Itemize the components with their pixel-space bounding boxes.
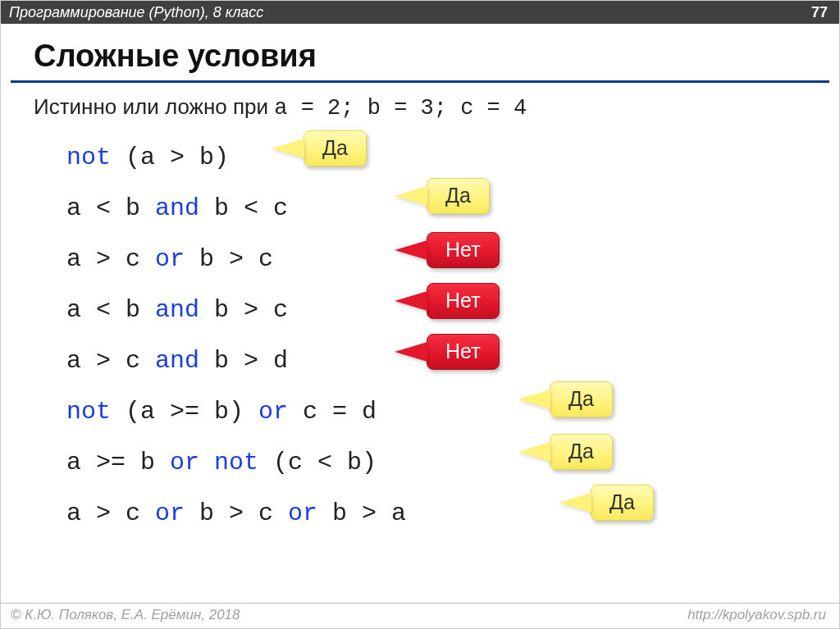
slide: Программирование (Python), 8 класс 77 Сл… xyxy=(0,0,840,629)
header-bar: Программирование (Python), 8 класс 77 xyxy=(1,1,839,24)
slide-title: Сложные условия xyxy=(1,24,839,80)
expression-code: not (a > b) xyxy=(66,144,229,171)
callout-arrow-icon xyxy=(395,342,427,362)
callout-label: Нет xyxy=(427,334,500,370)
callout-label: Да xyxy=(304,130,367,166)
copyright: © К.Ю. Поляков, Е.А. Ерёмин, 2018 xyxy=(11,607,240,623)
content: Истинно или ложно при a = 2; b = 3; c = … xyxy=(1,83,839,539)
callout-label: Да xyxy=(591,485,654,521)
footer: © К.Ю. Поляков, Е.А. Ерёмин, 2018 http:/… xyxy=(1,603,839,628)
callout-label: Нет xyxy=(427,283,500,319)
prompt: Истинно или ложно при a = 2; b = 3; c = … xyxy=(34,94,839,121)
expression-row: a < b and b < cДа xyxy=(66,183,839,234)
expression-list: not (a > b)Даa < b and b < cДаa > c or b… xyxy=(34,132,839,539)
expression-row: a >= b or not (c < b)Да xyxy=(66,437,839,488)
page-number: 77 xyxy=(811,4,828,21)
callout-label: Да xyxy=(550,381,613,417)
callout-no: Нет xyxy=(395,283,500,319)
expression-row: a < b and b > cНет xyxy=(66,285,839,335)
expression-row: a > c and b > dНет xyxy=(66,335,839,386)
callout-arrow-icon xyxy=(272,139,304,158)
expression-row: a > c or b > cНет xyxy=(66,234,839,285)
callout-yes: Да xyxy=(272,130,367,166)
callout-yes: Да xyxy=(518,381,613,417)
expression-code: a > c and b > d xyxy=(66,347,288,375)
callout-arrow-icon xyxy=(518,390,550,409)
expression-code: a >= b or not (c < b) xyxy=(66,449,377,476)
callout-arrow-icon xyxy=(518,442,550,462)
expression-row: not (a > b)Да xyxy=(66,132,839,183)
callout-yes: Да xyxy=(395,178,490,214)
expression-code: a > c or b > c xyxy=(66,245,273,273)
expression-row: not (a >= b) or c = dДа xyxy=(66,386,839,437)
prompt-code: a = 2; b = 3; c = 4 xyxy=(274,96,527,121)
expression-code: not (a >= b) or c = d xyxy=(66,398,377,426)
callout-arrow-icon xyxy=(395,291,427,311)
callout-no: Нет xyxy=(395,334,500,370)
callout-yes: Да xyxy=(559,485,654,521)
source-url: http://kpolyakov.spb.ru xyxy=(687,607,826,623)
callout-yes: Да xyxy=(518,434,613,470)
callout-arrow-icon xyxy=(395,240,427,260)
expression-code: a > c or b > c or b > a xyxy=(66,499,406,527)
callout-arrow-icon xyxy=(395,186,427,206)
course-name: Программирование (Python), 8 класс xyxy=(9,4,263,21)
callout-label: Нет xyxy=(427,232,500,268)
callout-label: Да xyxy=(550,434,613,470)
callout-label: Да xyxy=(427,178,490,214)
callout-no: Нет xyxy=(395,232,500,268)
expression-code: a < b and b > c xyxy=(66,296,288,324)
expression-code: a < b and b < c xyxy=(66,194,288,222)
callout-arrow-icon xyxy=(559,493,591,513)
expression-row: a > c or b > c or b > aДа xyxy=(66,488,839,539)
prompt-text: Истинно или ложно при xyxy=(34,94,274,119)
